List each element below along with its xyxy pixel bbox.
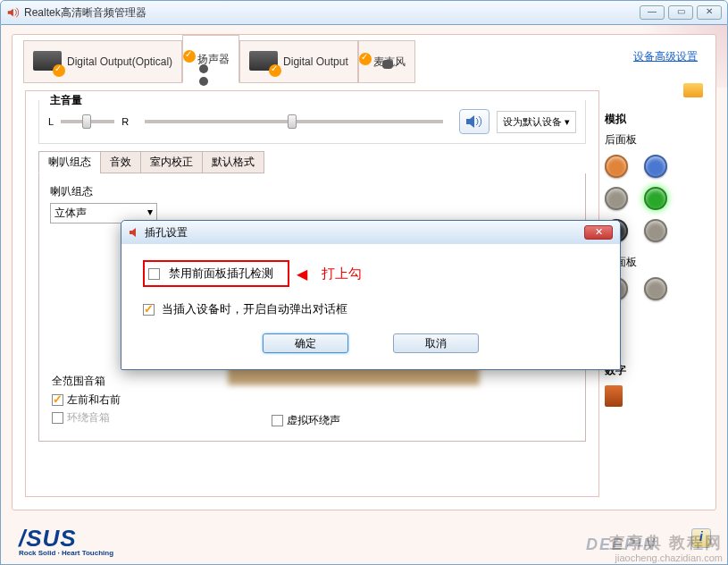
tab-label: Digital Output(Optical): [67, 55, 172, 68]
site-watermark: 查享典 教程网 jiaocheng.chazidian.com: [609, 535, 723, 563]
asus-brand: /SUS: [19, 528, 113, 549]
back-panel-label: 后面板: [605, 132, 703, 148]
set-default-dropdown[interactable]: 设为默认设备 ▾: [497, 111, 576, 133]
check-overlay-icon: [359, 53, 372, 65]
surround-speakers-label: 环绕音箱: [67, 411, 110, 424]
subtabs: 喇叭组态 音效 室内校正 默认格式: [38, 151, 586, 173]
jack-green[interactable]: [644, 187, 667, 210]
full-range-group: 全范围音箱 左前和右前 环绕音箱: [52, 374, 121, 428]
dialog-icon: [129, 226, 141, 239]
advanced-settings-link[interactable]: 设备高级设置: [633, 49, 698, 64]
check-overlay-icon: [183, 50, 196, 63]
watermark-line1: 查享典 教程网: [609, 535, 723, 552]
surround-speakers-checkbox: [52, 412, 63, 424]
asus-logo: /SUS Rock Solid · Heart Touching: [19, 528, 113, 557]
tab-digital-output[interactable]: Digital Output: [239, 40, 358, 83]
dialog-close-button[interactable]: ✕: [584, 225, 613, 240]
surround-speakers-option: 环绕音箱: [52, 410, 121, 426]
auto-popup-label: 当插入设备时，开启自动弹出对话框: [162, 301, 347, 317]
asus-tagline: Rock Solid · Heart Touching: [19, 549, 113, 557]
annotation-arrow-icon: ◀: [297, 266, 307, 282]
disable-front-jack-detection-checkbox[interactable]: [148, 268, 160, 280]
digital-jack-icon[interactable]: [605, 385, 623, 407]
app-icon: [6, 6, 19, 19]
mute-button[interactable]: [459, 109, 490, 134]
subtab-default-format[interactable]: 默认格式: [202, 151, 264, 173]
annotation-highlight: 禁用前面板插孔检测: [143, 260, 289, 287]
check-overlay-icon: [269, 64, 281, 77]
folder-icon[interactable]: [683, 83, 703, 97]
minimize-button[interactable]: —: [640, 5, 665, 20]
tab-digital-optical[interactable]: Digital Output(Optical): [23, 40, 182, 83]
front-speakers-label: 左前和右前: [67, 393, 121, 406]
main-volume-group: L R 设为默认设备 ▾: [38, 100, 586, 144]
chevron-down-icon: ▾: [147, 206, 153, 221]
maximize-button[interactable]: ▭: [668, 5, 693, 20]
analog-label: 模拟: [605, 112, 703, 127]
subtab-sound-effect[interactable]: 音效: [100, 151, 141, 173]
front-speakers-option[interactable]: 左前和右前: [52, 392, 121, 408]
balance-right-label: R: [121, 116, 129, 127]
virtual-surround-checkbox[interactable]: [272, 415, 283, 426]
speaker-config-value: 立体声: [54, 206, 87, 221]
subtab-speaker-config[interactable]: 喇叭组态: [38, 151, 101, 173]
window-titlebar: Realtek高清晰音频管理器 — ▭ ✕: [0, 0, 728, 25]
jack-fp2[interactable]: [644, 277, 667, 300]
dialog-titlebar: 插孔设置 ✕: [121, 221, 620, 244]
check-overlay-icon: [53, 64, 65, 77]
virtual-surround-label: 虚拟环绕声: [287, 414, 340, 426]
ok-button[interactable]: 确定: [263, 333, 348, 353]
tab-label: Digital Output: [283, 55, 348, 68]
full-range-legend: 全范围音箱: [52, 374, 121, 389]
set-default-label: 设为默认设备: [503, 115, 562, 129]
dialog-body: 禁用前面板插孔检测 ◀ 打上勾 当插入设备时，开启自动弹出对话框 确定 取消: [121, 244, 620, 369]
auto-popup-checkbox[interactable]: [143, 304, 155, 316]
window-title: Realtek高清晰音频管理器: [24, 5, 146, 21]
jack-settings-dialog: 插孔设置 ✕ 禁用前面板插孔检测 ◀ 打上勾 当插入设备时，开启自动弹出对话框 …: [121, 220, 621, 370]
volume-slider[interactable]: [145, 120, 443, 123]
speaker-config-label: 喇叭组态: [50, 184, 574, 199]
close-button[interactable]: ✕: [697, 5, 722, 20]
subtab-room-correction[interactable]: 室内校正: [140, 151, 203, 173]
virtual-surround-option[interactable]: 虚拟环绕声: [272, 413, 340, 428]
sound-icon: [465, 114, 483, 129]
device-tabs: Digital Output(Optical) 扬声器 Digital Outp…: [23, 35, 415, 83]
jack-blue[interactable]: [644, 155, 667, 178]
dialog-title: 插孔设置: [145, 225, 188, 240]
disable-front-jack-detection-label: 禁用前面板插孔检测: [169, 266, 273, 282]
watermark-line2: jiaocheng.chazidian.com: [609, 552, 723, 563]
jack-gray[interactable]: [605, 187, 628, 210]
jack-gray2[interactable]: [644, 219, 667, 242]
jack-orange[interactable]: [605, 155, 628, 178]
tab-microphone[interactable]: 麦克风: [358, 40, 415, 83]
cancel-button[interactable]: 取消: [393, 333, 479, 353]
front-speakers-checkbox[interactable]: [52, 394, 63, 406]
balance-left-label: L: [48, 116, 54, 127]
chevron-down-icon: ▾: [565, 116, 570, 128]
tab-speakers[interactable]: 扬声器: [182, 35, 239, 83]
balance-slider[interactable]: [61, 120, 114, 123]
annotation-text: 打上勾: [322, 266, 362, 282]
